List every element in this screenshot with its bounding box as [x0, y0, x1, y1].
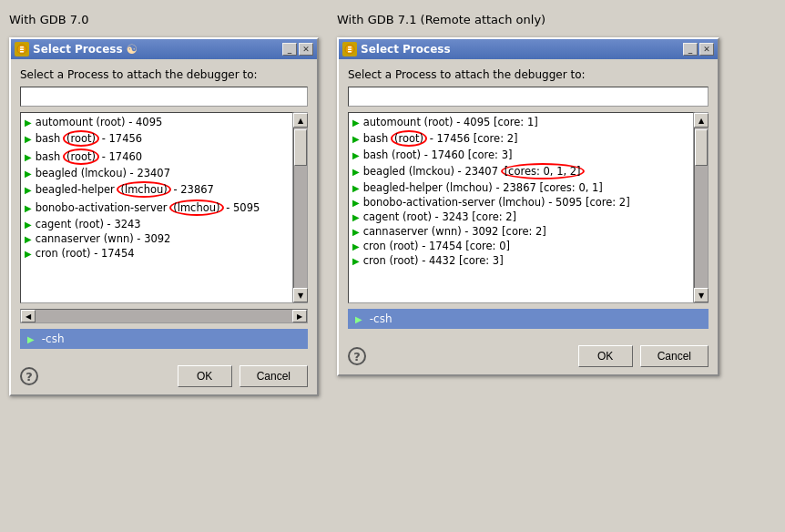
play-icon: ▶ [352, 212, 360, 222]
list-item[interactable]: ▶cannaserver (wnn) - 3092 [21, 231, 292, 246]
process-label: cron (root) - 17454 [36, 247, 135, 260]
right-titlebar-left: Select Process [342, 42, 451, 56]
process-label: automount (root) - 4095 [36, 116, 163, 128]
list-item[interactable]: ▶beagled (lmckou) - 23407 [21, 166, 292, 180]
play-icon: ▶ [25, 203, 32, 213]
svg-rect-2 [20, 49, 24, 51]
process-label: bash (root) - 17456 [core: 2] [363, 130, 518, 147]
svg-rect-3 [20, 51, 24, 53]
play-icon: ▶ [25, 134, 32, 144]
play-icon: ▶ [25, 249, 32, 259]
svg-rect-7 [348, 51, 352, 53]
left-scroll-thumb[interactable] [294, 129, 307, 166]
list-item[interactable]: ▶beagled-helper (lmchou) - 23867 [21, 180, 292, 199]
right-scroll-up-btn[interactable]: ▲ [694, 113, 709, 128]
play-icon: ▶ [25, 169, 32, 179]
right-close-button[interactable]: ✕ [699, 43, 714, 56]
svg-rect-5 [348, 46, 352, 48]
left-cancel-button[interactable]: Cancel [240, 365, 308, 387]
left-scrollbar-v[interactable]: ▲ ▼ [293, 112, 308, 303]
process-label: bash (root) - 17456 [36, 130, 142, 147]
left-dialog: Select Process ☯ _ ✕ Select a Process to… [9, 37, 319, 396]
process-label: beagled (lmckou) - 23407 [36, 167, 170, 179]
left-search-input[interactable] [20, 87, 308, 107]
process-label: cagent (root) - 3243 [36, 218, 141, 230]
list-item[interactable]: ▶cannaserver (wnn) - 3092 [core: 2] [349, 224, 693, 239]
right-cancel-button[interactable]: Cancel [640, 345, 709, 367]
right-ok-button[interactable]: OK [578, 345, 633, 367]
process-label: bonobo-activation-server (lmchou) - 5095 [36, 200, 260, 216]
circle-annotation: [cores: 0, 1, 2] [501, 163, 585, 179]
play-icon: ▶ [352, 167, 360, 177]
left-process-list[interactable]: ▶automount (root) - 4095▶bash (root) - 1… [20, 112, 293, 303]
left-ok-button[interactable]: OK [178, 365, 232, 387]
right-minimize-button[interactable]: _ [683, 43, 698, 56]
left-titlebar-buttons: _ ✕ [282, 43, 313, 56]
left-scroll-up-btn[interactable]: ▲ [293, 113, 308, 128]
list-item[interactable]: ▶bonobo-activation-server (lmchou) - 509… [349, 195, 693, 210]
left-scroll-down-btn[interactable]: ▼ [293, 288, 308, 302]
right-scroll-down-btn[interactable]: ▼ [694, 288, 709, 302]
debug-icon [16, 44, 27, 55]
left-swirl-icon: ☯ [127, 42, 138, 56]
left-dialog-title: Select Process [33, 43, 123, 56]
right-help-button[interactable]: ? [348, 347, 366, 365]
left-footer-buttons: OK Cancel [178, 365, 308, 387]
left-caption: With GDB 7.0 [9, 9, 319, 32]
left-help-button[interactable]: ? [20, 367, 38, 385]
process-label: cron (root) - 17454 [core: 0] [363, 240, 510, 252]
left-dialog-footer: ? OK Cancel [11, 358, 317, 394]
left-scrollbar-h[interactable]: ◀ ▶ [20, 309, 308, 323]
right-dialog-footer: ? OK Cancel [339, 338, 718, 374]
left-titlebar-left: Select Process ☯ [15, 42, 138, 56]
right-column: With GDB 7.1 (Remote attach only) Select… [337, 9, 719, 376]
right-dialog-label: Select a Process to attach the debugger … [348, 68, 709, 81]
left-scroll-right-btn[interactable]: ▶ [292, 310, 307, 322]
right-caption: With GDB 7.1 (Remote attach only) [337, 9, 719, 32]
right-dialog-title: Select Process [361, 43, 451, 56]
right-footer-left: ? [348, 347, 366, 365]
right-titlebar-buttons: _ ✕ [683, 43, 714, 56]
right-scroll-thumb[interactable] [695, 129, 708, 166]
process-label: bash (root) - 17460 [core: 3] [363, 148, 513, 161]
debug-icon-right [344, 44, 355, 55]
process-label: bonobo-activation-server (lmchou) - 5095… [363, 196, 630, 209]
process-label: beagled-helper (lmchou) - 23867 [cores: … [363, 181, 603, 194]
list-item[interactable]: ▶cagent (root) - 3243 [21, 217, 292, 231]
circle-annotation: (root) [63, 148, 99, 165]
right-selected-item-label: -csh [370, 312, 392, 325]
list-item[interactable]: ▶bash (root) - 17456 [core: 2] [349, 129, 693, 148]
play-icon: ▶ [352, 150, 360, 160]
right-dialog-titlebar: Select Process _ ✕ [339, 39, 718, 59]
list-item[interactable]: ▶bash (root) - 17456 [21, 129, 292, 148]
list-item[interactable]: ▶bash (root) - 17460 [21, 148, 292, 166]
circle-annotation: (root) [391, 130, 427, 147]
list-item[interactable]: ▶beagled-helper (lmchou) - 23867 [cores:… [349, 180, 693, 195]
right-scrollbar-v[interactable]: ▲ ▼ [694, 112, 709, 303]
list-item[interactable]: ▶bonobo-activation-server (lmchou) - 509… [21, 199, 292, 217]
circle-annotation: (lmchou) [117, 181, 170, 198]
play-icon: ▶ [352, 241, 360, 251]
list-item[interactable]: ▶beagled (lmckou) - 23407 [cores: 0, 1, … [349, 162, 693, 180]
list-item[interactable]: ▶cagent (root) - 3243 [core: 2] [349, 210, 693, 224]
right-process-list[interactable]: ▶automount (root) - 4095 [core: 1]▶bash … [348, 112, 694, 303]
list-item[interactable]: ▶cron (root) - 17454 [21, 246, 292, 261]
play-icon: ▶ [352, 183, 360, 193]
left-minimize-button[interactable]: _ [282, 43, 297, 56]
right-scroll-track [695, 128, 708, 288]
list-item[interactable]: ▶automount (root) - 4095 [21, 115, 292, 129]
left-dialog-body: Select a Process to attach the debugger … [11, 59, 317, 358]
list-item[interactable]: ▶automount (root) - 4095 [core: 1] [349, 115, 693, 129]
left-close-button[interactable]: ✕ [299, 43, 313, 56]
left-scroll-left-btn[interactable]: ◀ [21, 310, 36, 322]
right-search-input[interactable] [348, 87, 709, 107]
list-item[interactable]: ▶bash (root) - 17460 [core: 3] [349, 148, 693, 162]
play-icon: ▶ [25, 185, 32, 195]
play-icon: ▶ [25, 220, 32, 230]
list-item[interactable]: ▶cron (root) - 17454 [core: 0] [349, 239, 693, 253]
left-dialog-label: Select a Process to attach the debugger … [20, 68, 308, 81]
list-item[interactable]: ▶cron (root) - 4432 [core: 3] [349, 253, 693, 268]
circle-annotation: (lmchou) [169, 200, 223, 216]
process-label: cannaserver (wnn) - 3092 [core: 2] [363, 225, 546, 238]
right-dialog: Select Process _ ✕ Select a Process to a… [337, 37, 719, 376]
